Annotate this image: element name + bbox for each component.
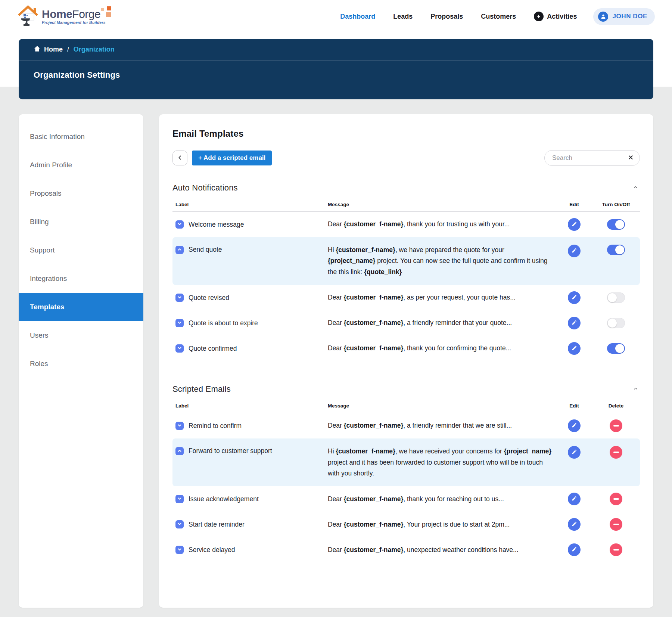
nav-item-label: Leads [393,13,413,21]
row-message: Dear {customer_f-name}, thank you for co… [328,343,553,354]
delete-button[interactable] [610,446,622,459]
edit-button[interactable] [568,245,581,257]
delete-button[interactable] [610,419,622,432]
chevron-up-icon [633,386,638,393]
row-label: Welcome message [189,221,244,229]
clear-search-button[interactable] [628,154,634,162]
user-name-label: JOHN DOE [612,13,647,20]
nav-item-customers[interactable]: Customers [481,13,516,21]
delete-button[interactable] [610,518,622,531]
hero-band: Home / Organization Organization Setting… [0,33,672,99]
edit-button[interactable] [568,342,581,355]
expand-row-button[interactable] [175,447,184,455]
homeforge-logo-icon [17,5,39,28]
bolt-icon [534,12,544,21]
chevron-down-icon [177,423,182,429]
chevron-down-icon [177,295,182,301]
row-label: Send quote [189,246,222,254]
expand-row-button[interactable] [175,319,184,327]
expand-row-button[interactable] [175,520,184,528]
section-title: Auto Notifications [172,183,238,193]
breadcrumb-home-link[interactable]: Home [34,45,63,54]
minus-circle-icon [613,452,619,453]
delete-button[interactable] [610,543,622,556]
row-label: Forward to customer support [189,447,272,455]
nav-item-dashboard[interactable]: Dashboard [340,13,375,21]
row-message: Dear {customer_f-name}, a friendly remin… [328,317,553,328]
expand-row-button[interactable] [175,246,184,254]
row-label: Start date reminder [189,521,245,528]
sidebar-item-templates[interactable]: Templates [19,293,143,321]
sidebar-item-proposals[interactable]: Proposals [19,179,143,208]
add-scripted-email-button[interactable]: + Add a scripted email [192,151,272,165]
expand-row-button[interactable] [175,422,184,430]
page-title: Organization Settings [19,61,653,80]
sidebar-item-billing[interactable]: Billing [19,208,143,236]
sidebar-item-basic-information[interactable]: Basic Information [19,123,143,151]
collapse-section-button[interactable] [631,183,640,193]
expand-row-button[interactable] [175,495,184,503]
expand-row-button[interactable] [175,294,184,302]
chevron-left-icon [177,154,183,162]
sidebar-item-roles[interactable]: Roles [19,350,143,378]
pencil-icon [572,546,577,553]
brand-logo[interactable]: HomeForge Project Management for Builder… [17,5,112,28]
nav-item-activities[interactable]: Activities [534,12,577,21]
chevron-up-icon [177,448,182,455]
primary-nav: DashboardLeadsProposalsCustomersActiviti… [340,12,577,21]
chevron-down-icon [177,496,182,502]
sidebar-item-users[interactable]: Users [19,321,143,350]
minus-circle-icon [613,549,619,551]
chevron-down-icon [177,221,182,228]
edit-button[interactable] [568,317,581,329]
edit-button[interactable] [568,218,581,231]
pencil-icon [572,449,577,456]
toolbar: + Add a scripted email [172,150,640,166]
collapse-section-button[interactable] [631,384,640,394]
row-label: Quote is about to expire [189,319,258,327]
edit-button[interactable] [568,446,581,459]
row-label: Quote revised [189,294,229,302]
toggle-switch[interactable] [607,245,625,255]
edit-button[interactable] [568,419,581,432]
nav-item-proposals[interactable]: Proposals [430,13,463,21]
expand-row-button[interactable] [175,546,184,554]
sidebar-item-label: Billing [30,218,49,226]
sidebar-item-label: Integrations [30,275,67,282]
sidebar-item-label: Users [30,331,49,339]
chevron-up-icon [177,247,182,253]
expand-row-button[interactable] [175,344,184,353]
search-input[interactable] [544,150,640,166]
expand-row-button[interactable] [175,220,184,229]
edit-button[interactable] [568,518,581,531]
toggle-switch[interactable] [607,318,625,328]
sidebar-item-support[interactable]: Support [19,236,143,264]
row-message: Dear {customer_f-name}, Your project is … [328,519,553,530]
pencil-icon [572,496,577,502]
pencil-icon [572,345,577,352]
sidebar-item-admin-profile[interactable]: Admin Profile [19,151,143,179]
row-quote-revised: Quote revised Dear {customer_f-name}, as… [172,285,640,310]
sidebar-item-integrations[interactable]: Integrations [19,264,143,293]
back-button[interactable] [172,151,187,165]
row-start-date-reminder: Start date reminder Dear {customer_f-nam… [172,512,640,537]
toggle-switch[interactable] [607,343,625,354]
delete-button[interactable] [610,493,622,505]
pencil-icon [572,221,577,228]
brand-name-forge: Forge [72,8,100,20]
row-service-delayed: Service delayed Dear {customer_f-name}, … [172,537,640,562]
nav-item-leads[interactable]: Leads [393,13,413,21]
nav-item-label: Customers [481,13,516,21]
breadcrumb: Home / Organization [19,39,653,61]
row-label: Remind to confirm [189,422,242,430]
edit-button[interactable] [568,291,581,304]
row-message: Hi {customer_f-name}, we have prepared t… [328,245,553,278]
toggle-switch[interactable] [607,219,625,230]
edit-button[interactable] [568,493,581,505]
user-menu-button[interactable]: JOHN DOE [593,8,655,25]
row-welcome-message: Welcome message Dear {customer_f-name}, … [172,212,640,237]
toggle-switch[interactable] [607,292,625,303]
edit-button[interactable] [568,543,581,556]
breadcrumb-current[interactable]: Organization [74,46,115,53]
section-title: Scripted Emails [172,384,231,394]
